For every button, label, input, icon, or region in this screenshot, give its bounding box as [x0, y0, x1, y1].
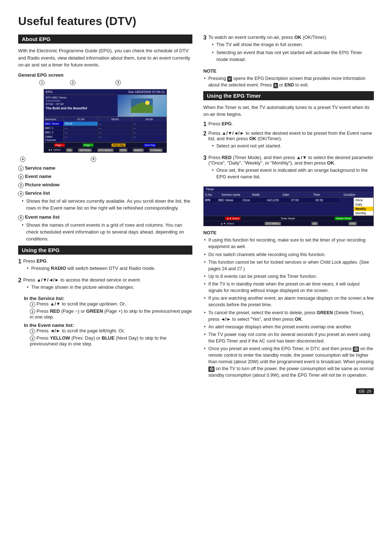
about-epg-section: About EPG With the Electronic Programme … — [18, 35, 192, 243]
service-list-title: In the Service list: — [24, 296, 192, 301]
note1-box: NOTE Pressing II opens the EPG Descripti… — [203, 68, 374, 88]
right-step3-number: 3 — [203, 35, 207, 41]
timer-ok[interactable]: OK — [311, 222, 318, 225]
timer-dd-weekly[interactable]: Weekly — [354, 207, 373, 211]
using-epg-timer-header: Using the EPG Timer — [203, 91, 374, 100]
timer-mode-label: Timer Mode — [281, 217, 295, 220]
general-epg-screen-title: General EPG screen — [18, 72, 192, 78]
timer-dd-once[interactable]: Once — [354, 198, 373, 202]
epg-btn-prev-day[interactable]: Prev. Day — [111, 143, 125, 147]
timer-col-time: Time — [313, 193, 342, 197]
timer-step2-content: Press ▲/▼/◄/► to select the desired even… — [208, 130, 374, 152]
page-number-area: GB -29 — [18, 389, 374, 394]
step2-bullets: The image shown in the picture window ch… — [27, 284, 192, 291]
epg-preview-info: BTO BBC News 18/04/2005 07:00 ~ 07:30 Th… — [44, 95, 118, 117]
epg-btn-page-minus[interactable]: Page − — [54, 143, 65, 147]
note2-b10: Once you preset an event using the EPG T… — [203, 345, 374, 378]
timer-duration-val: 00:30 — [315, 198, 338, 202]
timer-step1-number: 1 — [203, 121, 207, 127]
epg-container: EPG Sun 18/04/2005 07:05:11 BTO BBC News… — [44, 89, 167, 153]
right-step3-bullets: The TV will show the image in full scree… — [212, 41, 374, 63]
note2-b9: The TV power may not come on for several… — [203, 331, 374, 344]
epg-btn-ok[interactable]: OK — [66, 149, 73, 152]
timer-dtv-menu[interactable]: DTV MENU — [265, 222, 281, 225]
service-list-subsection: In the Service list: 1 Press ▲/▼ to scro… — [24, 296, 192, 320]
epg-preview-title: The Bold and the Beautiful — [46, 106, 116, 110]
epg-services-col-header: Services — [44, 117, 64, 121]
timer-btn-delete[interactable]: Delete Timer — [335, 217, 352, 220]
callout-item-1: 1 Service name — [18, 165, 192, 171]
timer-btn-select[interactable]: ▲▼ Select — [225, 217, 241, 220]
note1-bullet1: Pressing II opens the EPG Description sc… — [203, 75, 374, 88]
epg-time-1: 07:00 — [64, 117, 98, 121]
timer-step3-bullet1: Once set, the preset event is indicated … — [212, 167, 374, 181]
epg-datetime: Sun 18/04/2005 07:05:11 — [128, 90, 165, 94]
step1-number: 1 — [18, 258, 21, 265]
epg-event-bbc2-2: --- — [98, 130, 132, 134]
timer-label: Timer — [206, 187, 214, 191]
step1-bullet1: Pressing RADIO will switch between DTV a… — [27, 265, 192, 272]
page-number-badge: GB -29 — [356, 388, 374, 394]
timer-dd-monthly[interactable]: Monthly — [354, 211, 373, 215]
timer-date-val: 04/11/05 — [267, 198, 289, 202]
timer-col-service: Service name — [221, 193, 250, 197]
callout-item-5: 5 Event name list Shows the names of cur… — [18, 214, 192, 243]
timer-step1-content: Press EPG. — [208, 121, 374, 126]
right-step3-bullet2: Selecting an event that has not yet star… — [212, 49, 374, 63]
timer-step3-number: 3 — [203, 155, 207, 161]
timer-step2-bullets: Select an event not yet started. — [212, 143, 374, 150]
note2-bullets: If using this function for recording, ma… — [203, 237, 374, 378]
note2-b2: Do not switch channels while recording u… — [203, 251, 374, 258]
timer-dropdown[interactable]: Once Daily Weekly Monthly — [354, 198, 373, 216]
timer-col-headers: S.No Service name Mode Date Time Duratio… — [204, 192, 373, 198]
timer-step2-number: 2 — [203, 130, 207, 137]
epg-btn-page-plus[interactable]: Page + — [83, 143, 94, 147]
timer-box: Timer S.No Service name Mode Date Time D… — [203, 186, 374, 226]
callout-4-bullets: Shows the list of all services currently… — [22, 198, 192, 212]
timer-col-mode: Mode — [252, 193, 280, 197]
event-list-subsection: In the Event name list: 1 Press ◄/► to s… — [24, 323, 192, 347]
timer-step3-bullets: Once set, the preset event is indicated … — [212, 167, 374, 181]
epg-event-1: The B — [64, 122, 98, 126]
note2-b3: This function cannot be set for locked s… — [203, 259, 374, 272]
note1-title: NOTE — [203, 68, 374, 74]
epg-btn-tv-radio[interactable]: TV/Radio — [149, 149, 163, 152]
epg-btn-radio[interactable]: RADIO — [133, 149, 144, 152]
note1-bullets: Pressing II opens the EPG Description sc… — [203, 75, 374, 88]
timer-step3-content: Press RED (Timer Mode), and then press ▲… — [208, 155, 374, 183]
using-epg-step2: 2 Press ▲/▼/◄/► to access the desired se… — [18, 277, 192, 293]
callout-list: 1 Service name 2 Event name 3 Picture wi… — [18, 165, 192, 243]
timer-data-area: 070 BBC News Once 04/11/05 07:00 00:30 O… — [204, 198, 373, 216]
timer-step2: 2 Press ▲/▼/◄/► to select the desired ev… — [203, 130, 374, 152]
epg-time-3: 09:00 — [132, 117, 167, 121]
timer-dd-daily[interactable]: Daily — [354, 202, 373, 207]
about-epg-header: About EPG — [18, 35, 192, 44]
using-epg-section: Using the EPG 1 Press EPG. Pressing RADI… — [18, 246, 192, 347]
epg-event-bbc1-1: --- — [64, 126, 98, 130]
note2-b5: If the TV is in standby mode when the pr… — [203, 281, 374, 294]
epg-btn-dvd[interactable]: DVD — [119, 149, 127, 152]
timer-data-row: 070 BBC News Once 04/11/05 07:00 00:30 — [204, 198, 339, 203]
timer-data-left: 070 BBC News Once 04/11/05 07:00 00:30 — [204, 198, 339, 216]
timer-end[interactable]: END — [348, 222, 357, 225]
using-epg-header: Using the EPG — [18, 246, 192, 255]
epg-events-cbbc: --- --- --- — [64, 135, 167, 142]
epg-btn-dtv-menu[interactable]: DTV MENU — [97, 149, 114, 152]
epg-preview-time: 07:00 ~ 07:30 — [46, 102, 116, 106]
epg-event-bbc1-3: --- — [132, 126, 167, 130]
epg-event-2: --- — [98, 122, 132, 126]
right-step3-content: To watch an event currently on-air, pres… — [208, 35, 374, 65]
callout-5-detail: Shows the names of current events in a g… — [22, 222, 192, 243]
timer-header: Timer — [204, 187, 373, 192]
epg-times-header: 07:00 08:00 09:00 — [64, 117, 167, 121]
epg-btn-ok-timer[interactable]: OK/Timer — [78, 149, 92, 152]
step2-bullet1: The image shown in the picture window ch… — [27, 284, 192, 291]
epg-event-3: --- — [132, 122, 167, 126]
epg-btn-next-day[interactable]: Next Day — [143, 143, 157, 147]
note2-b8: An alert message displays when the prese… — [203, 324, 374, 330]
using-epg-step1: 1 Press EPG. Pressing RADIO will switch … — [18, 258, 192, 274]
page-title: Useful features (DTV) — [18, 15, 374, 28]
epg-grid-header: Services 07:00 08:00 09:00 — [44, 117, 167, 122]
epg-events-bbc2: --- --- --- — [64, 130, 167, 134]
epg-service-bbcnews: BBC News — [44, 122, 64, 126]
